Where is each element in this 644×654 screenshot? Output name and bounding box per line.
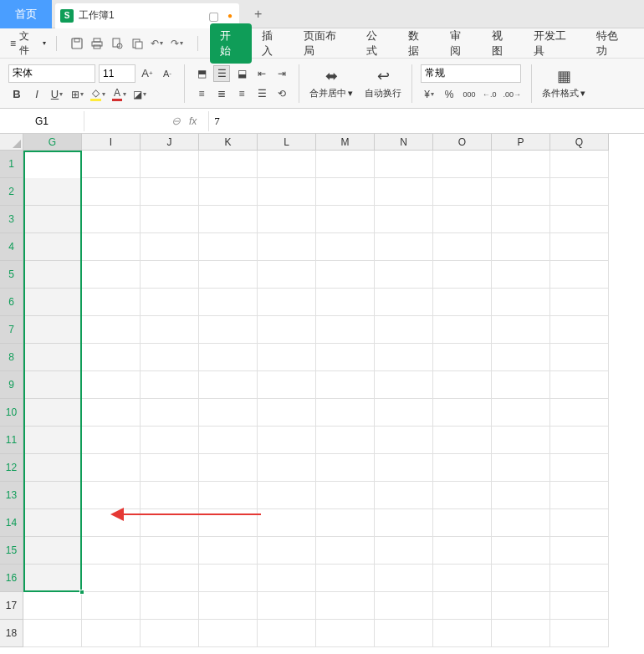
cell-G1[interactable]: 7 <box>23 151 82 178</box>
cell-K12[interactable] <box>199 454 258 482</box>
cell-O18[interactable] <box>433 620 492 647</box>
cell-J5[interactable] <box>141 261 199 289</box>
cell-L3[interactable] <box>258 206 316 233</box>
fx-label[interactable]: fx <box>189 115 197 127</box>
cell-Q11[interactable] <box>550 427 609 454</box>
column-header-I[interactable]: I <box>82 134 141 151</box>
cell-J1[interactable] <box>141 151 199 178</box>
cell-K5[interactable] <box>199 261 258 289</box>
cell-L9[interactable] <box>258 371 316 399</box>
row-header-6[interactable]: 6 <box>0 289 23 316</box>
clear-button[interactable]: ◪▾ <box>131 86 148 103</box>
cell-G15[interactable] <box>23 537 82 565</box>
save-icon[interactable] <box>70 37 84 50</box>
align-top-button[interactable]: ⬒ <box>193 65 210 82</box>
file-menu[interactable]: ≡ 文件 ▾ <box>5 29 51 58</box>
row-header-14[interactable]: 14 <box>0 509 23 537</box>
cell-G14[interactable] <box>23 509 82 537</box>
cell-N4[interactable] <box>375 233 433 261</box>
cell-I7[interactable] <box>82 316 141 344</box>
cell-M15[interactable] <box>316 537 375 565</box>
row-header-11[interactable]: 11 <box>0 427 23 454</box>
cell-Q1[interactable] <box>550 151 609 178</box>
cell-O12[interactable] <box>433 454 492 482</box>
cell-M16[interactable] <box>316 565 375 592</box>
cell-I12[interactable] <box>82 454 141 482</box>
cell-I10[interactable] <box>82 399 141 427</box>
column-header-L[interactable]: L <box>258 134 316 151</box>
print-icon[interactable] <box>90 37 104 50</box>
cell-G8[interactable] <box>23 344 82 371</box>
number-format-select[interactable] <box>421 64 521 83</box>
row-header-7[interactable]: 7 <box>0 316 23 344</box>
cell-P17[interactable] <box>492 592 550 620</box>
cell-Q10[interactable] <box>550 399 609 427</box>
cell-K6[interactable] <box>199 289 258 316</box>
cell-J10[interactable] <box>141 399 199 427</box>
cell-L10[interactable] <box>258 399 316 427</box>
cell-K11[interactable] <box>199 427 258 454</box>
cell-M2[interactable] <box>316 178 375 206</box>
cell-N17[interactable] <box>375 592 433 620</box>
cell-L15[interactable] <box>258 537 316 565</box>
redo-button[interactable]: ↷▾ <box>171 37 184 50</box>
cell-G7[interactable] <box>23 316 82 344</box>
cell-P9[interactable] <box>492 371 550 399</box>
thousands-button[interactable]: 000 <box>461 86 478 103</box>
font-family-select[interactable] <box>8 64 95 83</box>
cell-N8[interactable] <box>375 344 433 371</box>
cell-Q5[interactable] <box>550 261 609 289</box>
row-header-3[interactable]: 3 <box>0 206 23 233</box>
cell-O14[interactable] <box>433 509 492 537</box>
row-header-9[interactable]: 9 <box>0 371 23 399</box>
row-header-10[interactable]: 10 <box>0 399 23 427</box>
cell-N13[interactable] <box>375 482 433 509</box>
cell-P10[interactable] <box>492 399 550 427</box>
cell-I14[interactable] <box>82 509 141 537</box>
cell-I15[interactable] <box>82 537 141 565</box>
cell-I4[interactable] <box>82 233 141 261</box>
cell-M3[interactable] <box>316 206 375 233</box>
ribbon-tab-special[interactable]: 特色功 <box>586 23 639 64</box>
row-header-18[interactable]: 18 <box>0 620 23 647</box>
cell-L12[interactable] <box>258 454 316 482</box>
ribbon-tab-start[interactable]: 开始 <box>210 23 252 64</box>
cell-N6[interactable] <box>375 289 433 316</box>
cell-O6[interactable] <box>433 289 492 316</box>
cell-O5[interactable] <box>433 261 492 289</box>
align-right-button[interactable]: ≡ <box>233 85 250 102</box>
cell-I18[interactable] <box>82 620 141 647</box>
undo-button[interactable]: ↶▾ <box>151 37 164 50</box>
cell-J12[interactable] <box>141 454 199 482</box>
cell-J16[interactable] <box>141 565 199 592</box>
tab-restore-icon[interactable]: ▢ <box>205 9 222 23</box>
cell-M11[interactable] <box>316 427 375 454</box>
cell-I5[interactable] <box>82 261 141 289</box>
cell-Q6[interactable] <box>550 289 609 316</box>
row-header-8[interactable]: 8 <box>0 344 23 371</box>
cell-O15[interactable] <box>433 537 492 565</box>
cell-J9[interactable] <box>141 371 199 399</box>
cell-P11[interactable] <box>492 427 550 454</box>
cell-L14[interactable] <box>258 509 316 537</box>
cell-G11[interactable] <box>23 427 82 454</box>
cell-K13[interactable] <box>199 482 258 509</box>
cell-J11[interactable] <box>141 427 199 454</box>
ribbon-tab-formula[interactable]: 公式 <box>356 23 398 64</box>
cell-I2[interactable] <box>82 178 141 206</box>
cell-P16[interactable] <box>492 565 550 592</box>
cell-M4[interactable] <box>316 233 375 261</box>
cell-K8[interactable] <box>199 344 258 371</box>
cell-O3[interactable] <box>433 206 492 233</box>
cell-N5[interactable] <box>375 261 433 289</box>
cell-G9[interactable] <box>23 371 82 399</box>
ribbon-tab-page-layout[interactable]: 页面布局 <box>294 23 357 64</box>
column-header-G[interactable]: G <box>23 134 82 151</box>
cell-K17[interactable] <box>199 592 258 620</box>
column-header-J[interactable]: J <box>141 134 199 151</box>
cell-G5[interactable] <box>23 261 82 289</box>
cell-K7[interactable] <box>199 316 258 344</box>
cell-K3[interactable] <box>199 206 258 233</box>
cell-I17[interactable] <box>82 592 141 620</box>
cell-J8[interactable] <box>141 344 199 371</box>
